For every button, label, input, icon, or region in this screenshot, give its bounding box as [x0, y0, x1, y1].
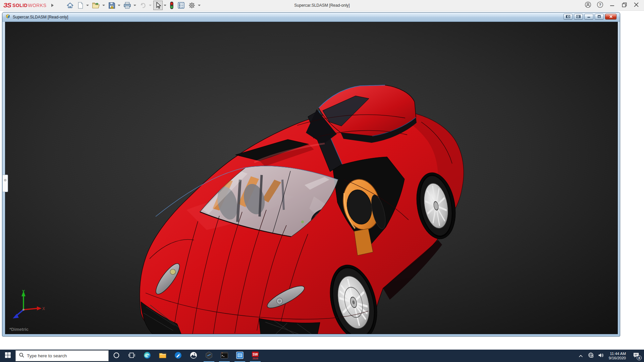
triad-y-label: Y: [22, 289, 25, 294]
account-icon: [585, 1, 591, 9]
options-gear-icon: [188, 2, 196, 9]
clock-date: 9/16/2020: [609, 356, 626, 360]
assembly-document-icon: [5, 13, 11, 20]
solidworks-year-label: 2020: [253, 357, 258, 360]
document-minimize-button[interactable]: [584, 14, 593, 19]
viewport-scene: [5, 22, 618, 334]
restore-button[interactable]: [619, 1, 629, 10]
minimize-icon: [610, 2, 614, 8]
tray-volume-button[interactable]: [597, 350, 605, 362]
file-properties-button[interactable]: [176, 1, 186, 10]
save-button[interactable]: [107, 1, 117, 10]
orientation-label: *Dimetric: [9, 327, 29, 332]
wrench-tools-icon: [174, 351, 182, 361]
new-document-button[interactable]: [76, 1, 85, 10]
file-properties-icon: [177, 2, 185, 9]
taskbar-item-hexagon-app[interactable]: [201, 350, 217, 362]
save-dropdown-caret[interactable]: [118, 5, 120, 6]
taskbar-item-blue-window-app[interactable]: [232, 350, 248, 362]
3d-viewport[interactable]: Y X *Dimetric: [5, 22, 618, 334]
options-button[interactable]: [187, 1, 197, 10]
windows-logo-icon: [5, 352, 11, 359]
taskbar-item-solidworks[interactable]: SW 2020: [248, 350, 263, 362]
select-tool-button[interactable]: [153, 1, 163, 10]
document-window-controls: [564, 14, 616, 19]
svg-text:?: ?: [599, 3, 601, 7]
taskbar-item-edge[interactable]: [140, 350, 155, 362]
close-icon: [634, 2, 639, 8]
quick-access-toolbar: [65, 1, 202, 10]
document-close-button[interactable]: [605, 14, 616, 19]
brand-bold-text: SOLID: [12, 3, 28, 8]
save-icon: [108, 2, 115, 9]
document-restore-button[interactable]: [595, 14, 604, 19]
taskbar-item-task-view[interactable]: [124, 350, 140, 362]
taskbar: SW 2020 11:44 AM 9/16/2020 3: [0, 350, 644, 362]
open-button[interactable]: [91, 1, 101, 10]
undo-icon: [139, 2, 147, 9]
document-title: Supercar.SLDASM [Read-only]: [13, 15, 68, 19]
open-dropdown-caret[interactable]: [102, 5, 105, 6]
options-dropdown-caret[interactable]: [198, 5, 201, 6]
restore-icon: [622, 2, 627, 9]
orientation-triad: Y X: [11, 289, 48, 325]
tray-chevron-button[interactable]: [577, 350, 585, 362]
file-explorer-icon: [159, 351, 167, 361]
system-tray: 11:44 AM 9/16/2020 3: [577, 350, 644, 362]
undo-dropdown-caret[interactable]: [149, 5, 152, 6]
print-dropdown-caret[interactable]: [133, 5, 136, 6]
terminal-icon: [220, 351, 228, 361]
svg-text:SW: SW: [253, 353, 258, 356]
hexagon-app-icon: [205, 351, 213, 361]
app-window-controls: ?: [583, 0, 641, 11]
speaker-icon: [598, 353, 604, 359]
print-button[interactable]: [122, 1, 132, 10]
minimize-button[interactable]: [607, 1, 617, 10]
search-icon: [19, 353, 24, 359]
close-button[interactable]: [631, 1, 641, 10]
home-icon: [66, 2, 74, 9]
taskbar-search[interactable]: [15, 350, 109, 361]
rebuild-button[interactable]: [168, 1, 175, 10]
taskbar-item-tools[interactable]: [170, 350, 186, 362]
solidworks-logo: ЗS SOLID WORKS: [0, 2, 57, 9]
new-dropdown-caret[interactable]: [86, 5, 89, 6]
tab-grip-dot: [4, 179, 6, 181]
taskbar-item-terminal[interactable]: [217, 350, 232, 362]
search-input[interactable]: [27, 353, 101, 358]
rebuild-stoplight-icon: [169, 1, 174, 9]
help-button[interactable]: ?: [595, 1, 605, 10]
solidworks-logo-glyph: ЗS: [3, 2, 11, 9]
toggle-right-pane-button[interactable]: [574, 14, 583, 19]
taskbar-item-photos[interactable]: [186, 350, 201, 362]
chevron-up-icon: [579, 353, 583, 359]
taskbar-item-cortana[interactable]: [109, 350, 124, 362]
feature-tree-collapsed-tab[interactable]: [3, 175, 8, 192]
help-icon: ?: [597, 1, 603, 9]
taskbar-clock[interactable]: 11:44 AM 9/16/2020: [607, 352, 628, 360]
toggle-left-pane-button[interactable]: [564, 14, 573, 19]
edge-icon: [143, 351, 151, 361]
globe-network-icon: [588, 352, 594, 359]
blue-window-app-icon: [236, 351, 244, 361]
home-button[interactable]: [65, 1, 75, 10]
document-title-bar[interactable]: Supercar.SLDASM [Read-only]: [2, 12, 620, 22]
action-center-button[interactable]: 3: [629, 350, 643, 362]
app-title-bar: ЗS SOLID WORKS: [0, 0, 644, 11]
photos-icon: [190, 351, 198, 361]
open-folder-icon: [92, 2, 100, 9]
account-button[interactable]: [583, 1, 593, 10]
undo-button[interactable]: [138, 1, 148, 10]
screen: ЗS SOLID WORKS: [0, 0, 644, 362]
tray-network-button[interactable]: [587, 350, 595, 362]
select-dropdown-caret[interactable]: [164, 5, 166, 6]
task-view-icon: [128, 352, 135, 360]
document-window: Supercar.SLDASM [Read-only]: [2, 12, 620, 337]
brand-light-text: WORKS: [28, 3, 46, 8]
select-cursor-icon: [155, 2, 161, 9]
triad-x-label: X: [42, 306, 45, 311]
taskbar-item-file-explorer[interactable]: [155, 350, 170, 362]
start-button[interactable]: [0, 350, 15, 362]
cortana-icon: [113, 352, 120, 360]
menu-flyout-arrow-icon[interactable]: [51, 4, 54, 7]
